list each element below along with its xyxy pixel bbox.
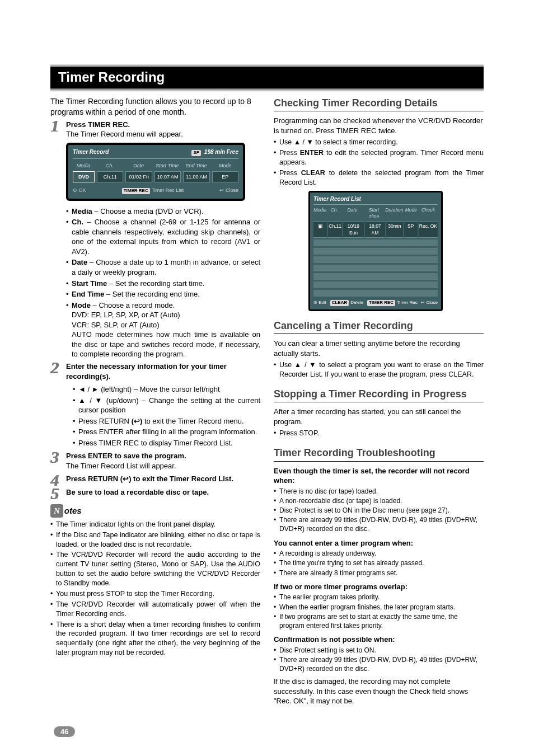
osd1-val-date: 01/02 Fri bbox=[125, 171, 152, 182]
osd2-title: Timer Record List bbox=[313, 195, 438, 205]
step3-head: Press ENTER to save the program. bbox=[66, 452, 186, 460]
osd1-val-ch: Ch.11 bbox=[97, 171, 123, 182]
osd1-title: Timer Record bbox=[73, 148, 109, 156]
osd2-delete: Delete bbox=[350, 300, 363, 305]
osd2-val-dur: 30min bbox=[386, 222, 402, 238]
timer-rec-badge-2: TIMER REC bbox=[367, 300, 395, 306]
osd2-col-start: Start Time bbox=[364, 207, 385, 220]
stop-list: Press STOP. bbox=[274, 429, 484, 438]
tshoot-s1-list: There is no disc (or tape) loaded. A non… bbox=[274, 487, 484, 534]
osd2-val-check: Rec. OK bbox=[419, 222, 438, 238]
ts-s3l1: The earlier program takes priority. bbox=[274, 593, 484, 602]
osd1-col-date: Date bbox=[125, 162, 152, 169]
step-number-2: 2 bbox=[50, 359, 59, 376]
osd2-col-media: Media bbox=[313, 207, 327, 220]
osd1-close: Close bbox=[226, 187, 238, 193]
stop-p: After a timer recording has started, you… bbox=[274, 407, 484, 426]
osd1-val-end: 11:00 AM bbox=[183, 171, 209, 182]
ts-s2l1: A recording is already underway. bbox=[274, 549, 484, 558]
osd1-col-mode: Mode bbox=[212, 162, 238, 169]
osd2-blank-row bbox=[313, 248, 438, 255]
osd2-val-media: ▣ bbox=[313, 222, 327, 238]
step4-a: Press RETURN ( bbox=[66, 475, 123, 483]
note-4: You must press STOP to stop the Timer Re… bbox=[50, 589, 260, 599]
osd2-list: Timer Rec bbox=[397, 300, 418, 305]
def-start-t: – Set the recording start time. bbox=[107, 279, 204, 288]
ts-s1l4: There are already 99 titles (DVD-RW, DVD… bbox=[274, 515, 484, 533]
check-li2b: ENTER bbox=[300, 149, 324, 157]
cancel-p: You can clear a timer setting anytime be… bbox=[274, 339, 484, 358]
def-ch-b: Ch. bbox=[72, 218, 83, 226]
osd2-blank-row bbox=[313, 265, 438, 271]
osd2-val-mode: SP bbox=[404, 222, 418, 238]
def-media-t: – Choose a media (DVD or VCR). bbox=[92, 207, 204, 215]
osd1-col-end: End Time bbox=[183, 162, 210, 169]
notes-n-badge: N bbox=[50, 504, 63, 518]
step2-li3a: Press RETURN bbox=[78, 417, 132, 425]
timer-rec-badge: TIMER REC bbox=[122, 188, 150, 194]
step2-li2: ▲ / ▼ (up/down) – Change the setting at … bbox=[73, 396, 260, 415]
ts-s1l3: Disc Protect is set to ON in the Disc me… bbox=[274, 506, 484, 515]
def-date-t: – Choose a date up to 1 month in advance… bbox=[72, 258, 260, 276]
osd2-val-ch: Ch.11 bbox=[328, 222, 342, 238]
def-end-t: – Set the recording end time. bbox=[104, 290, 200, 298]
step2-li3c: to exit the Timer Record menu. bbox=[142, 417, 243, 425]
osd1-ok: OK bbox=[79, 187, 86, 193]
check-li2a: Press bbox=[279, 149, 300, 157]
step2-head: Enter the necessary information for your… bbox=[66, 362, 227, 381]
note-5: The VCR/DVD Recorder will automatically … bbox=[50, 600, 260, 619]
notes-suffix: otes bbox=[64, 506, 82, 515]
checking-head: Checking Timer Recording Details bbox=[274, 96, 484, 111]
note-3: The VCR/DVD Recorder will record the aud… bbox=[50, 550, 260, 588]
cancel-list: Use ▲ / ▼ to select a program you want t… bbox=[274, 360, 484, 379]
right-column: Checking Timer Recording Details Program… bbox=[274, 96, 484, 708]
def-ch-t: – Choose a channel (2-69 or 1-125 for an… bbox=[72, 218, 260, 256]
def-date-b: Date bbox=[72, 258, 87, 266]
step-5: 5 Be sure to load a recordable disc or t… bbox=[50, 487, 260, 497]
osd2-blank-row bbox=[313, 256, 438, 263]
tshoot-s4: Confirmation is not possible when: bbox=[274, 635, 484, 645]
tshoot-s4-list: Disc Protect setting is set to ON. There… bbox=[274, 646, 484, 674]
step-3: 3 Press ENTER to save the program. The T… bbox=[50, 451, 260, 471]
left-column: The Timer Recording function allows you … bbox=[50, 96, 260, 708]
tshoot-s3: If two or more timer programs overlap: bbox=[274, 582, 484, 592]
note-6: There is a short delay when a timer reco… bbox=[50, 620, 260, 658]
step1-head: Press TIMER REC. bbox=[66, 120, 130, 129]
check-li3a: Press bbox=[279, 169, 301, 177]
osd1-val-mode: EP bbox=[212, 171, 238, 182]
tshoot-head: Timer Recording Troubleshooting bbox=[274, 446, 484, 461]
tshoot-s2: You cannot enter a timer program when: bbox=[274, 538, 484, 548]
ts-s3l2: When the earlier program finishes, the l… bbox=[274, 603, 484, 612]
tshoot-s2-list: A recording is already underway. The tim… bbox=[274, 549, 484, 577]
def-mode-l3: AUTO mode determines how much time is av… bbox=[72, 330, 260, 358]
osd1-col-ch: Ch. bbox=[96, 162, 123, 169]
def-mode-l1: DVD: EP, LP, SP, XP, or AT (Auto) bbox=[72, 311, 180, 319]
clear-badge: CLEAR bbox=[330, 300, 349, 306]
note-2: If the Disc and Tape indicator are blink… bbox=[50, 530, 260, 550]
osd-timer-record: Timer Record SP 198 min Free Media Ch. D… bbox=[66, 143, 245, 201]
page-title: Timer Recording bbox=[50, 67, 484, 88]
ts-s1l2: A non-recordable disc (or tape) is loade… bbox=[274, 496, 484, 505]
ts-s2l2: The time you're trying to set has alread… bbox=[274, 558, 484, 567]
osd2-val-start: 18:07 AM bbox=[365, 222, 386, 238]
osd2-col-check: Check bbox=[419, 207, 438, 220]
page-number: 46 bbox=[54, 726, 75, 737]
step5-text: Be sure to load a recordable disc or tap… bbox=[66, 488, 209, 496]
osd1-list: Timer Rec List bbox=[152, 187, 184, 193]
step2-li1: ◄ / ► (left/right) – Move the cursor lef… bbox=[73, 384, 260, 395]
osd2-col-ch: Ch. bbox=[328, 207, 341, 220]
def-start-b: Start Time bbox=[72, 279, 107, 288]
step4-c: ) to exit the Timer Record List. bbox=[129, 475, 233, 483]
step-4: 4 Press RETURN (↩) to exit the Timer Rec… bbox=[50, 474, 260, 484]
ts-s1l1: There is no disc (or tape) loaded. bbox=[274, 487, 484, 496]
step-number-5: 5 bbox=[50, 485, 59, 502]
stop-head: Stopping a Timer Recording in Progress bbox=[274, 387, 484, 402]
checking-p1: Programming can be checked whenever the … bbox=[274, 116, 484, 135]
cancel-li: Use ▲ / ▼ to select a program you want t… bbox=[274, 360, 484, 379]
ts-s4l1: Disc Protect setting is set to ON. bbox=[274, 646, 484, 655]
osd2-val-date: 10/19 Sun bbox=[343, 222, 364, 238]
tshoot-s1: Even though the timer is set, the record… bbox=[274, 466, 484, 486]
def-media-b: Media bbox=[72, 207, 92, 215]
step2-li5: Press TIMER REC to display Timer Record … bbox=[73, 438, 260, 448]
def-mode-b: Mode bbox=[72, 301, 91, 309]
